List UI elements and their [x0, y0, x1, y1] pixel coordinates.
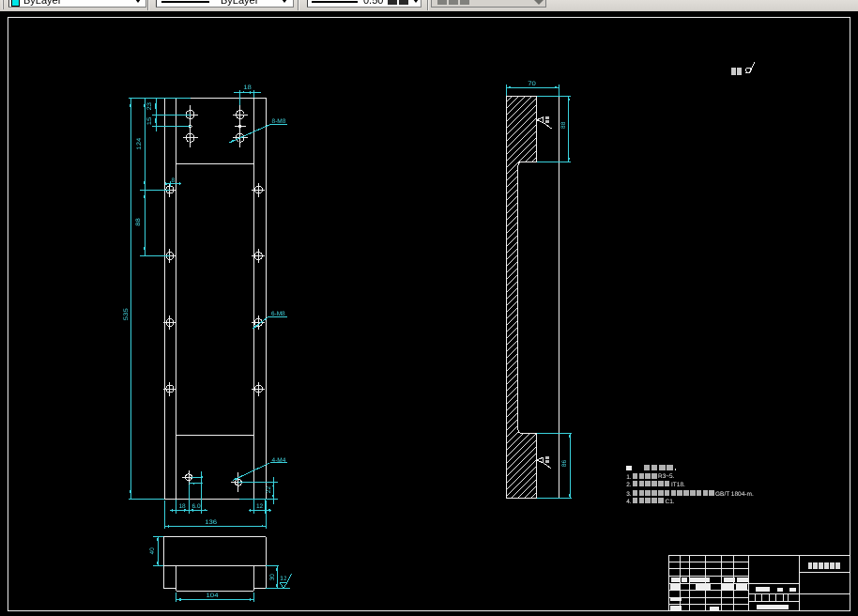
svg-text:18: 18: [178, 503, 186, 510]
svg-text:12: 12: [256, 503, 264, 510]
svg-text:30: 30: [269, 574, 276, 581]
svg-text:22: 22: [266, 486, 272, 494]
svg-text:4.: 4.: [626, 499, 632, 505]
svg-text:136: 136: [205, 519, 217, 526]
svg-text:R3~5.: R3~5.: [658, 473, 675, 480]
svg-text:15: 15: [146, 116, 153, 125]
svg-text:C1.: C1.: [666, 499, 675, 505]
svg-text:86: 86: [561, 460, 568, 468]
svg-text:88: 88: [560, 121, 567, 129]
svg-text:6.0: 6.0: [192, 503, 200, 510]
svg-text:18: 18: [243, 85, 252, 91]
svg-text:124: 124: [136, 137, 143, 149]
svg-text:70: 70: [528, 81, 536, 87]
svg-text:1.: 1.: [626, 474, 632, 481]
svg-text:40: 40: [150, 547, 157, 555]
svg-text:2.: 2.: [626, 482, 632, 488]
svg-text:IT18.: IT18.: [671, 482, 685, 488]
svg-text:GB/T 1804-m.: GB/T 1804-m.: [715, 491, 754, 498]
svg-text:535: 535: [123, 308, 130, 320]
svg-text:23: 23: [146, 101, 153, 110]
svg-text:104: 104: [207, 593, 219, 599]
svg-text:3.2: 3.2: [280, 576, 286, 582]
svg-text:88: 88: [135, 218, 142, 226]
svg-text:8: 8: [171, 177, 175, 184]
svg-text:3.: 3.: [626, 491, 632, 498]
